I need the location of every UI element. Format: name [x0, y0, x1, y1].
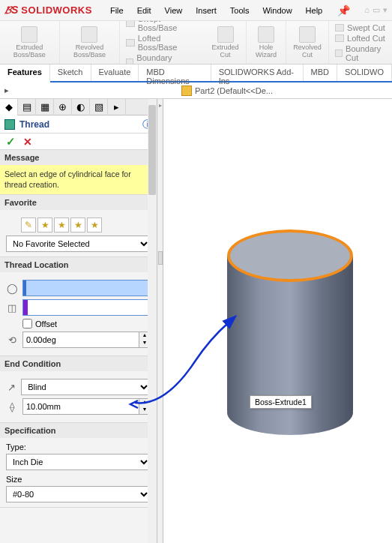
breadcrumb-arrow-icon[interactable]: ▸ [4, 86, 9, 95]
thread-location-header[interactable]: Thread Location ⌃ [0, 257, 157, 272]
swept-cut-icon [335, 24, 344, 32]
offset-label: Offset [35, 320, 57, 328]
favorite-load-icon[interactable]: ★ [87, 218, 102, 232]
doc-icon[interactable]: ▭ [373, 5, 380, 15]
main-area: ◆ ▤ ▦ ⊕ ◐ ▧ ▸ Thread ⓘ ✓ ✕ Message ⌃ Sel… [0, 99, 392, 543]
splitter-grip-icon[interactable] [158, 251, 163, 265]
angle-input[interactable] [22, 332, 139, 348]
angle-icon: ⟲ [6, 334, 18, 346]
home-icon[interactable]: ⌂ [364, 5, 370, 15]
ribbon-revolved-cut[interactable]: Revolved Cut [286, 21, 329, 64]
revolved-cut-label: Revolved Cut [291, 44, 324, 59]
panel-tab-feature-icon[interactable]: ◆ [0, 99, 18, 116]
tab-sketch[interactable]: Sketch [50, 64, 91, 81]
favorite-select[interactable]: No Favorite Selected [6, 236, 151, 252]
ribbon-revolved-boss[interactable]: Revolved Boss/Base [60, 21, 121, 64]
offset-checkbox[interactable] [22, 319, 32, 328]
menu-window[interactable]: Window [256, 4, 298, 17]
pin-icon[interactable]: 📌 [337, 4, 350, 16]
breadcrumb-part[interactable]: Part2 (Default<<De... [195, 86, 273, 95]
ribbon-extruded-boss[interactable]: Extruded Boss/Base [0, 21, 60, 64]
swept-boss[interactable]: Swept Boss/Base [126, 21, 199, 32]
boundary-cut-icon [335, 50, 343, 57]
offset-checkbox-row[interactable]: Offset [22, 319, 151, 328]
favorite-delete-icon[interactable]: ★ [54, 218, 69, 232]
menu-view[interactable]: View [159, 4, 189, 17]
panel-tab-arrow-icon[interactable]: ▸ [108, 99, 126, 116]
size-select[interactable]: #0-80 [6, 486, 151, 502]
boundary-cut[interactable]: Boundary Cut [335, 44, 386, 62]
depth-input[interactable] [22, 398, 139, 415]
favorite-add-icon[interactable]: ★ [37, 218, 52, 232]
end-condition-header[interactable]: End Condition ⌃ [0, 356, 157, 371]
splitter[interactable]: ▸ [157, 99, 163, 543]
panel-tab-appearance-icon[interactable]: ◐ [72, 99, 90, 116]
tab-features[interactable]: Features [0, 64, 50, 82]
ribbon-boss-extras: Swept Boss/Base Lofted Boss/Base Boundar… [120, 21, 205, 64]
logo-icon: 𝓑S [4, 4, 18, 16]
section-favorite: Favorite ⌃ ✎ ★ ★ ★ ★ No Favorite Selecte… [0, 195, 157, 257]
revolved-boss-icon [81, 26, 97, 43]
extruded-boss-icon [21, 26, 37, 43]
ok-icon[interactable]: ✓ [6, 135, 16, 148]
cancel-icon[interactable]: ✕ [23, 136, 32, 148]
favorite-save-icon[interactable]: ★ [70, 218, 85, 232]
scrollbar-thumb[interactable] [148, 105, 156, 195]
panel-tab-display-icon[interactable]: ▧ [90, 99, 108, 116]
panel-tab-target-icon[interactable]: ⊕ [54, 99, 72, 116]
section-end-condition: End Condition ⌃ ↗ Blind ⟠ ▲▼ [0, 356, 157, 423]
ribbon-cut-extras: Swept Cut Lofted Cut Boundary Cut [329, 23, 392, 62]
menu-help[interactable]: Help [300, 4, 329, 17]
part-icon [181, 86, 192, 96]
panel-tab-config-icon[interactable]: ▦ [36, 99, 54, 116]
tab-solidworks[interactable]: SOLIDWO [337, 64, 392, 81]
menu-file[interactable]: File [104, 4, 130, 17]
panel-tab-tree-icon[interactable]: ▤ [18, 99, 36, 116]
boundary-icon [126, 58, 133, 65]
favorite-apply-icon[interactable]: ✎ [21, 218, 36, 232]
section-specification: Specification ⌃ Type: Inch Die Size #0-8… [0, 423, 157, 508]
cylinder-top-edge-selected[interactable] [227, 230, 353, 282]
tab-evaluate[interactable]: Evaluate [91, 64, 139, 81]
feature-title: Thread [19, 119, 142, 130]
specification-header[interactable]: Specification ⌃ [0, 423, 157, 438]
revolved-cut-icon [299, 26, 316, 43]
property-panel: ◆ ▤ ▦ ⊕ ◐ ▧ ▸ Thread ⓘ ✓ ✕ Message ⌃ Sel… [0, 99, 157, 543]
depth-icon: ⟠ [6, 400, 18, 412]
breadcrumb-bar: ▸ Part2 (Default<<De... [0, 82, 392, 99]
edge-icon: ◯ [6, 282, 18, 294]
title-quick-icons: ⌂ ▭ ▾ [364, 5, 388, 15]
lofted-boss[interactable]: Lofted Boss/Base [126, 34, 199, 52]
feature-header: Thread ⓘ [0, 116, 157, 134]
menu-insert[interactable]: Insert [190, 4, 223, 17]
type-select[interactable]: Inch Die [6, 454, 151, 470]
tab-mbd[interactable]: MBD [304, 64, 337, 81]
menu-edit[interactable]: Edit [131, 4, 157, 17]
message-text: Select an edge of cylindrical face for t… [0, 165, 157, 194]
menu-tools[interactable]: Tools [224, 4, 256, 17]
section-thread-location: Thread Location ⌃ ◯ ◫ Offset [0, 257, 157, 356]
thread-icon [4, 119, 15, 130]
hole-wizard-icon [258, 26, 274, 43]
face-icon: ◫ [6, 302, 18, 314]
title-bar: 𝓑S SOLIDWORKS File Edit View Insert Tool… [0, 0, 392, 21]
graphics-viewport[interactable] [163, 99, 392, 543]
message-header[interactable]: Message ⌃ [0, 150, 157, 165]
swept-cut[interactable]: Swept Cut [335, 23, 386, 32]
direction-icon[interactable]: ↗ [6, 381, 16, 393]
tab-mbd-dimensions[interactable]: MBD Dimensions [139, 64, 211, 81]
dropdown-icon[interactable]: ▾ [383, 5, 388, 15]
splitter-arrow-icon: ▸ [159, 102, 162, 109]
end-condition-type[interactable]: Blind [21, 379, 151, 395]
favorite-header[interactable]: Favorite ⌃ [0, 195, 157, 210]
boundary-boss[interactable]: Boundary Boss/Base [126, 53, 199, 65]
lofted-cut-icon [335, 34, 344, 42]
ribbon-hole-wizard[interactable]: Hole Wizard [247, 21, 286, 64]
ribbon-extruded-cut[interactable]: Extruded Cut [205, 21, 247, 64]
edge-selection-box[interactable] [22, 280, 151, 296]
start-location-box[interactable] [22, 299, 151, 316]
panel-scrollbar[interactable] [148, 99, 157, 543]
lofted-cut[interactable]: Lofted Cut [335, 34, 386, 43]
type-label: Type: [6, 442, 151, 452]
tab-solidworks-addins[interactable]: SOLIDWORKS Add-Ins [211, 64, 304, 81]
